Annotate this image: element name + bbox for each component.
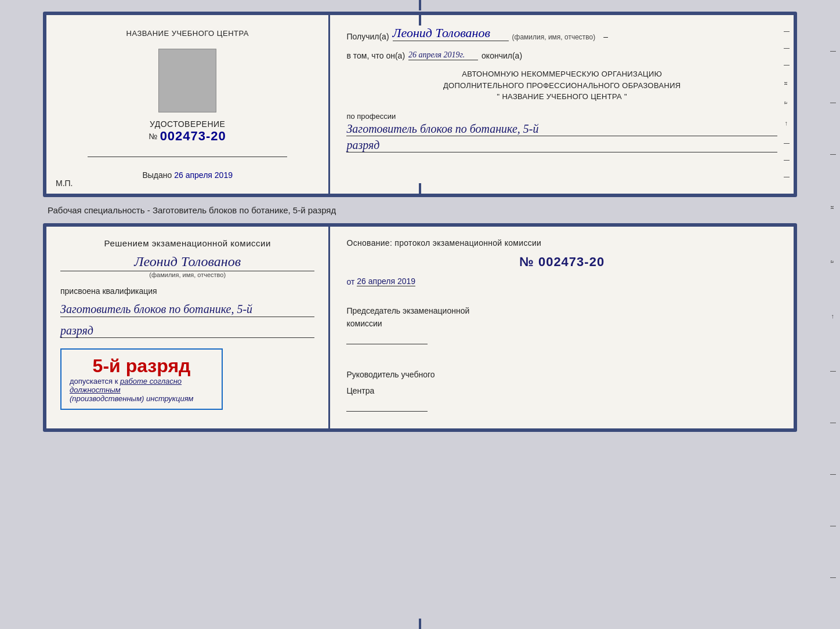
qual-edge-dash-6 — [830, 474, 836, 475]
issued-date: 26 апреля 2019 — [174, 170, 233, 180]
document-wrapper: НАЗВАНИЕ УЧЕБНОГО ЦЕНТРА УДОСТОВЕРЕНИЕ №… — [43, 12, 797, 432]
photo-placeholder — [158, 49, 216, 112]
edge-letter-i: и — [783, 82, 790, 85]
edge-dash-5 — [784, 160, 790, 161]
qual-right-panel: Основание: протокол экзаменационной коми… — [330, 227, 794, 428]
cert-right-panel: Получил(а) Леонид Толованов (фамилия, им… — [330, 15, 794, 194]
from-prefix: от — [346, 277, 354, 286]
qual-edge-dash-8 — [830, 577, 836, 578]
qual-edge-dash-1 — [830, 51, 836, 52]
qual-right-edge-marks: и а ← — [830, 0, 837, 629]
from-date: 26 апреля 2019 — [357, 277, 415, 286]
vtom-section: в том, что он(а) 26 апреля 2019г. окончи… — [346, 50, 777, 60]
vtom-prefix: в том, что он(а) — [346, 51, 405, 60]
fio-subtitle-top: (фамилия, имя, отчество) — [512, 33, 596, 41]
commission-head-2: комиссии — [346, 319, 777, 328]
org-line2: ДОПОЛНИТЕЛЬНОГО ПРОФЕССИОНАЛЬНОГО ОБРАЗО… — [346, 80, 777, 92]
qual-left-panel: Решением экзаменационной комиссии Леонид… — [46, 227, 330, 428]
qual-edge-dash-7 — [830, 526, 836, 526]
center-head-1: Руководитель учебного — [346, 370, 777, 379]
edge-dash-6 — [784, 177, 790, 177]
received-prefix: Получил(а) — [346, 32, 389, 41]
cert-number-section: УДОСТОВЕРЕНИЕ № 002473-20 — [149, 119, 226, 144]
osnование-label: Основание: протокол экзаменационной коми… — [346, 238, 777, 248]
qual-profession: Заготовитель блоков по ботанике, 5-й — [60, 301, 314, 317]
edge-dash-1 — [784, 31, 790, 32]
stamp-box: 5-й разряд допускается к работе согласно… — [60, 348, 223, 410]
qual-person-section: Леонид Толованов (фамилия, имя, отчество… — [60, 254, 314, 278]
org-block: АВТОНОМНУЮ НЕКОММЕРЧЕСКУЮ ОРГАНИЗАЦИЮ ДО… — [346, 68, 777, 103]
learning-center-title: НАЗВАНИЕ УЧЕБНОГО ЦЕНТРА — [126, 29, 249, 38]
qual-edge-dash-2 — [830, 103, 836, 103]
qual-edge-letter-arrow: ← — [830, 314, 837, 320]
certificate-card: НАЗВАНИЕ УЧЕБНОГО ЦЕНТРА УДОСТОВЕРЕНИЕ №… — [43, 12, 797, 197]
recipient-section: Получил(а) Леонид Толованов (фамилия, им… — [346, 26, 777, 41]
edge-dash-4 — [784, 143, 790, 144]
profession-block: по профессии Заготовитель блоков по бота… — [346, 111, 777, 152]
assigned-label: присвоена квалификация — [60, 286, 314, 296]
stamp-allowed: допускается к работе согласно должностны… — [70, 377, 213, 394]
edge-letter-a: а — [783, 101, 790, 104]
issued-label: Выдано — [142, 170, 172, 180]
edge-letter-arrow: ← — [783, 121, 790, 127]
cert-number-prefix: № — [149, 132, 158, 141]
vtom-date: 26 апреля 2019г. — [408, 50, 478, 60]
issued-line: Выдано 26 апреля 2019 — [142, 170, 233, 180]
cert-left-panel: НАЗВАНИЕ УЧЕБНОГО ЦЕНТРА УДОСТОВЕРЕНИЕ №… — [46, 15, 330, 194]
stamp-grade: 5-й разряд — [70, 355, 213, 377]
cert-number: 002473-20 — [160, 129, 226, 144]
commission-signature-line — [346, 330, 428, 344]
okончил-label: окончил(а) — [481, 51, 522, 60]
center-head-2: Центра — [346, 386, 777, 395]
edge-dash-3 — [784, 65, 790, 66]
decision-title: Решением экзаменационной комиссии — [60, 238, 314, 248]
commission-section: Председатель экзаменационной комиссии — [346, 303, 777, 344]
edge-dash-2 — [784, 48, 790, 49]
cert-label: УДОСТОВЕРЕНИЕ — [149, 119, 226, 129]
from-date-section: от 26 апреля 2019 — [346, 277, 777, 286]
org-line3: " НАЗВАНИЕ УЧЕБНОГО ЦЕНТРА " — [346, 91, 777, 103]
center-head-section: Руководитель учебного Центра — [346, 363, 777, 412]
stamp-italic: (производственным) инструкциям — [70, 394, 213, 403]
qual-razryad: разряд — [60, 324, 314, 338]
profession-label: по профессии — [346, 112, 396, 121]
org-line1: АВТОНОМНУЮ НЕКОММЕРЧЕСКУЮ ОРГАНИЗАЦИЮ — [346, 68, 777, 80]
recipient-name: Леонид Толованов — [393, 26, 509, 41]
commission-head-1: Председатель экзаменационной — [346, 306, 777, 315]
qual-edge-dash-5 — [830, 423, 836, 423]
qualification-card: Решением экзаменационной комиссии Леонид… — [43, 223, 797, 432]
qual-fio-subtitle: (фамилия, имя, отчество) — [60, 271, 314, 278]
specialty-line: Рабочая специальность - Заготовитель бло… — [48, 205, 797, 215]
profession-value: Заготовитель блоков по ботанике, 5-й — [346, 122, 777, 136]
stamp-allowed-prefix: допускается к — [70, 377, 118, 386]
mp-label: М.П. — [56, 179, 73, 188]
razryad-value-top: разряд — [346, 139, 777, 152]
qual-person-name: Леонид Толованов — [60, 254, 314, 271]
qual-edge-letter-a: а — [830, 260, 837, 263]
qual-edge-letter-i: и — [830, 206, 837, 209]
qual-edge-dash-3 — [830, 154, 836, 155]
right-edge-marks: и а ← — [783, 15, 790, 194]
qual-edge-dash-4 — [830, 371, 836, 372]
protocol-number: № 002473-20 — [346, 254, 777, 270]
center-signature-line — [346, 398, 428, 412]
